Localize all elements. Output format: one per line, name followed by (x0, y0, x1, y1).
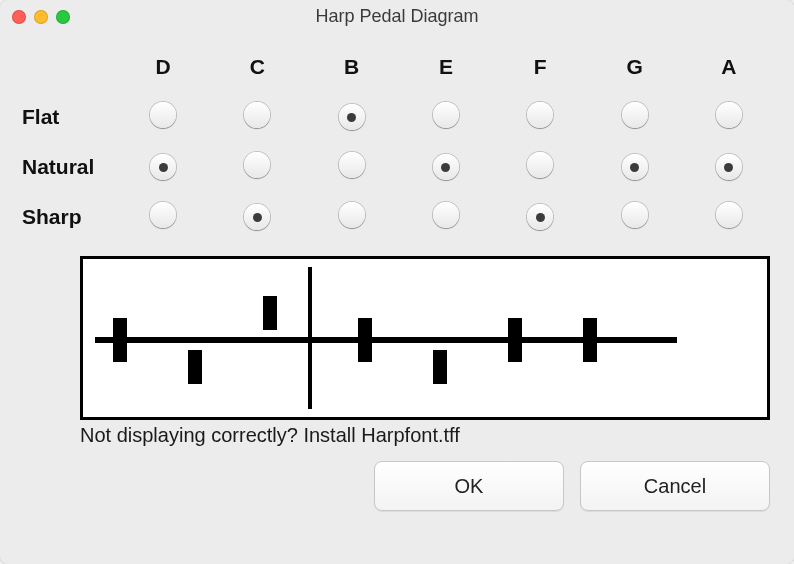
pedal-c (188, 350, 202, 384)
pedal-diagram (80, 256, 770, 420)
row-label: Flat (18, 92, 116, 142)
pedal-matrix: D C B E F G A FlatNaturalSharp (18, 42, 776, 242)
col-header: F (493, 42, 587, 92)
radio-g-sharp[interactable] (622, 202, 648, 228)
radio-a-sharp[interactable] (716, 202, 742, 228)
pedal-tick-f (418, 337, 462, 343)
radio-g-natural[interactable] (622, 154, 648, 180)
col-header: A (682, 42, 776, 92)
radio-b-natural[interactable] (339, 152, 365, 178)
cancel-button[interactable]: Cancel (580, 461, 770, 511)
radio-e-natural[interactable] (433, 154, 459, 180)
radio-g-flat[interactable] (622, 102, 648, 128)
dialog-window: Harp Pedal Diagram D C B E F G A FlatNat… (0, 0, 794, 564)
pedal-tick-b (248, 337, 292, 343)
radio-d-natural[interactable] (150, 154, 176, 180)
pedal-b (263, 296, 277, 330)
radio-f-sharp[interactable] (527, 204, 553, 230)
row-label: Sharp (18, 192, 116, 242)
radio-b-flat[interactable] (339, 104, 365, 130)
radio-e-flat[interactable] (433, 102, 459, 128)
col-header: B (305, 42, 399, 92)
diagram-divider (308, 267, 312, 409)
radio-c-flat[interactable] (244, 102, 270, 128)
radio-f-flat[interactable] (527, 102, 553, 128)
radio-a-flat[interactable] (716, 102, 742, 128)
col-header: D (116, 42, 210, 92)
button-row: OK Cancel (18, 461, 776, 511)
radio-c-sharp[interactable] (244, 204, 270, 230)
titlebar: Harp Pedal Diagram (0, 0, 794, 34)
ok-button[interactable]: OK (374, 461, 564, 511)
col-header: C (210, 42, 304, 92)
radio-f-natural[interactable] (527, 152, 553, 178)
radio-d-sharp[interactable] (150, 202, 176, 228)
window-title: Harp Pedal Diagram (0, 6, 794, 27)
pedal-tick-a (568, 337, 612, 343)
hint-text: Not displaying correctly? Install Harpfo… (80, 424, 770, 447)
pedal-f (433, 350, 447, 384)
row-label: Natural (18, 142, 116, 192)
col-header: G (587, 42, 681, 92)
pedal-tick-e (343, 337, 387, 343)
radio-d-flat[interactable] (150, 102, 176, 128)
radio-a-natural[interactable] (716, 154, 742, 180)
radio-e-sharp[interactable] (433, 202, 459, 228)
pedal-tick-g (493, 337, 537, 343)
pedal-tick-c (173, 337, 217, 343)
radio-b-sharp[interactable] (339, 202, 365, 228)
pedal-tick-d (98, 337, 142, 343)
content-area: D C B E F G A FlatNaturalSharp Not displ… (0, 34, 794, 564)
col-header: E (399, 42, 493, 92)
radio-c-natural[interactable] (244, 152, 270, 178)
